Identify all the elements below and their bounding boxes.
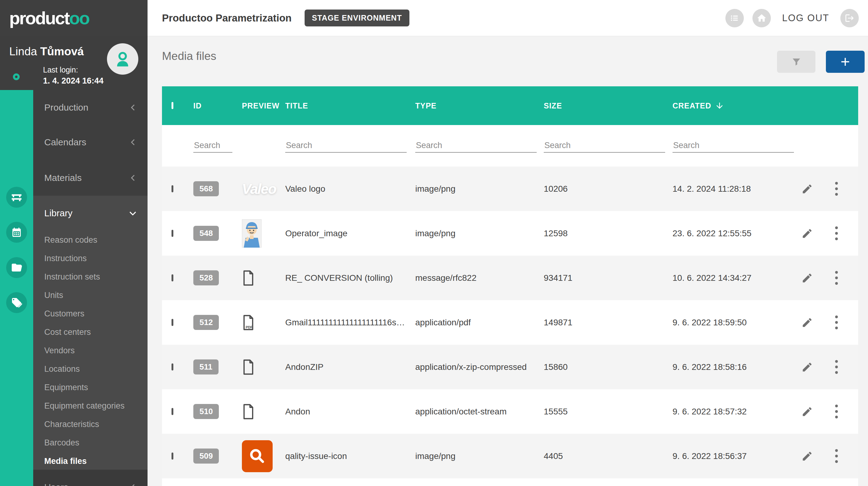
row-checkbox[interactable]	[172, 185, 173, 192]
row-menu-button[interactable]	[835, 226, 838, 240]
pencil-icon	[801, 272, 813, 284]
search-created-input[interactable]	[673, 139, 794, 153]
filter-button[interactable]	[777, 51, 815, 73]
edit-button[interactable]	[801, 317, 813, 328]
sort-desc-icon[interactable]	[715, 101, 724, 110]
sidebar-item-vendors[interactable]: Vendors	[33, 341, 148, 360]
logo-oo-accent: oo	[69, 8, 89, 28]
sidebar-item-characteristics[interactable]: Characteristics	[33, 415, 148, 433]
created-cell: 10. 6. 2022 14:34:27	[673, 273, 801, 283]
calendars-rail-button[interactable]	[6, 222, 27, 243]
logout-label[interactable]: LOG OUT	[782, 12, 829, 24]
app-logo[interactable]: productoo	[0, 0, 148, 36]
funnel-icon	[791, 56, 802, 67]
svg-text:PDF: PDF	[246, 325, 253, 329]
file-icon	[242, 403, 255, 420]
file-icon	[242, 358, 255, 376]
sidebar-item-instruction-sets[interactable]: Instruction sets	[33, 267, 148, 286]
user-panel: Linda Tůmová Last login: 1. 4. 2024 16:4…	[0, 36, 148, 90]
home-button[interactable]	[752, 9, 771, 27]
production-rail-button[interactable]	[6, 187, 27, 208]
top-bar: Productoo Parametrization STAGE ENVIRONM…	[148, 0, 868, 36]
row-checkbox[interactable]	[172, 408, 173, 415]
column-header-type[interactable]: TYPE	[415, 101, 544, 110]
edit-button[interactable]	[801, 272, 813, 284]
edit-button[interactable]	[801, 450, 813, 462]
id-badge: 512	[193, 315, 219, 330]
sidebar-item-media-files[interactable]: Media files	[33, 452, 148, 470]
sidebar-item-customers[interactable]: Customers	[33, 304, 148, 323]
table-row: 512 PDF Gmail11111111111111111116sdsds..…	[162, 300, 858, 345]
avatar[interactable]	[107, 43, 138, 75]
logout-button[interactable]	[840, 9, 859, 27]
home-icon	[756, 13, 767, 23]
created-cell: 23. 6. 2022 12:55:55	[673, 229, 801, 238]
sidebar-item-users[interactable]: Users	[33, 470, 148, 486]
row-checkbox[interactable]	[172, 274, 173, 282]
row-menu-button[interactable]	[835, 404, 838, 418]
row-checkbox[interactable]	[172, 363, 173, 370]
type-cell: application/octet-stream	[415, 407, 544, 417]
sidebar-item-cost-centers[interactable]: Cost centers	[33, 323, 148, 341]
table-row: 510 Andon application/octet-stream 15555…	[162, 389, 858, 434]
column-header-title[interactable]: TITLE	[285, 101, 415, 110]
media-files-table: ID PREVIEW TITLE TYPE SIZE CREATED	[162, 86, 858, 486]
search-size-input[interactable]	[544, 139, 665, 153]
search-type-input[interactable]	[415, 139, 537, 153]
title-cell: qality-issue-icon	[285, 451, 415, 461]
table-row: 548 Operator_image image/png 12598 23. 6…	[162, 211, 858, 256]
sidebar-item-reason-codes[interactable]: Reason codes	[33, 231, 148, 249]
sidebar-item-materials[interactable]: Materials	[33, 160, 148, 196]
materials-rail-button[interactable]	[6, 257, 27, 278]
title-cell: Valeo logo	[285, 184, 415, 194]
column-header-size[interactable]: SIZE	[544, 101, 673, 110]
sidebar-item-library[interactable]: Library	[33, 196, 148, 231]
edit-button[interactable]	[801, 228, 813, 239]
logout-icon	[845, 13, 855, 23]
size-cell: 15860	[544, 362, 673, 372]
sidebar-item-instructions[interactable]: Instructions	[33, 249, 148, 267]
add-media-file-button[interactable]: +	[826, 51, 865, 73]
library-rail-button[interactable]	[6, 292, 27, 313]
pallet-icon	[11, 191, 23, 203]
tags-icon	[11, 297, 22, 308]
row-menu-button[interactable]	[835, 360, 838, 374]
quality-issue-icon-preview	[242, 440, 273, 472]
column-header-id[interactable]: ID	[193, 101, 242, 110]
calendar-icon	[11, 227, 22, 238]
row-checkbox[interactable]	[172, 453, 173, 460]
sidebar-item-equipments[interactable]: Equipments	[33, 378, 148, 397]
preview-cell	[242, 440, 285, 472]
row-menu-button[interactable]	[835, 316, 838, 329]
sidebar-item-equipment-categories[interactable]: Equipment categories	[33, 397, 148, 415]
edit-button[interactable]	[801, 361, 813, 373]
id-badge: 568	[193, 181, 219, 196]
topbar-actions: LOG OUT	[725, 9, 859, 27]
icon-rail	[0, 90, 33, 486]
sidebar-item-locations[interactable]: Locations	[33, 360, 148, 378]
edit-button[interactable]	[801, 183, 813, 195]
row-checkbox[interactable]	[172, 230, 173, 237]
edit-button[interactable]	[801, 406, 813, 418]
sidebar-item-units[interactable]: Units	[33, 286, 148, 304]
created-cell: 9. 6. 2022 18:58:16	[673, 362, 801, 372]
row-checkbox[interactable]	[172, 319, 173, 326]
table-header: ID PREVIEW TITLE TYPE SIZE CREATED	[162, 86, 858, 125]
column-header-created[interactable]: CREATED	[673, 101, 801, 110]
size-cell: 149871	[544, 318, 673, 327]
row-menu-button[interactable]	[835, 449, 838, 463]
column-header-preview[interactable]: PREVIEW	[242, 101, 285, 110]
row-menu-button[interactable]	[835, 271, 838, 285]
search-title-input[interactable]	[285, 139, 407, 153]
row-menu-button[interactable]	[835, 182, 838, 196]
type-cell: image/png	[415, 451, 544, 461]
list-button[interactable]	[725, 9, 744, 27]
search-id-input[interactable]	[193, 139, 232, 153]
size-cell: 12598	[544, 229, 673, 238]
page-title: Media files	[162, 50, 216, 63]
chevron-left-icon	[128, 138, 138, 147]
select-all-checkbox[interactable]	[172, 102, 173, 109]
sidebar-item-barcodes[interactable]: Barcodes	[33, 433, 148, 452]
sidebar-item-calendars[interactable]: Calendars	[33, 125, 148, 160]
sidebar-item-production[interactable]: Production	[33, 90, 148, 125]
